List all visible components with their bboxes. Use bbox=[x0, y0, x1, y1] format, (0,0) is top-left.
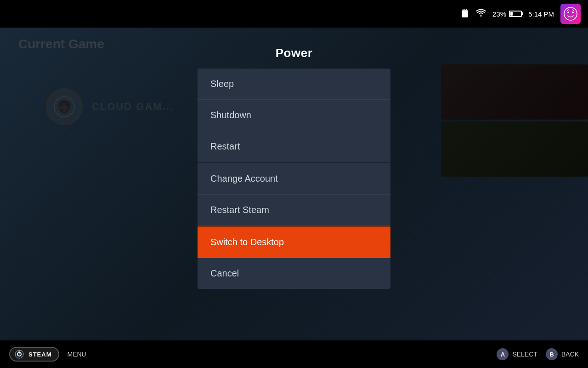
battery-info: 23% bbox=[492, 10, 522, 18]
svg-rect-6 bbox=[560, 4, 581, 24]
svg-point-8 bbox=[567, 12, 569, 13]
steam-label: STEAM bbox=[28, 351, 52, 358]
b-button[interactable]: B bbox=[546, 348, 558, 360]
svg-rect-2 bbox=[463, 9, 464, 11]
power-item-change-account[interactable]: Change Account bbox=[198, 162, 390, 195]
back-label: BACK bbox=[561, 351, 579, 358]
power-item-switch-desktop[interactable]: Switch to Desktop bbox=[198, 226, 390, 258]
select-label: SELECT bbox=[512, 351, 537, 358]
select-action: A SELECT bbox=[497, 348, 537, 360]
power-menu: SleepShutdownRestartChange AccountRestar… bbox=[198, 69, 390, 289]
menu-label: MENU bbox=[68, 351, 86, 358]
svg-rect-1 bbox=[462, 10, 468, 17]
back-action: B BACK bbox=[546, 348, 579, 360]
steam-button[interactable]: STEAM bbox=[9, 347, 59, 362]
battery-bar bbox=[509, 11, 522, 17]
avatar[interactable] bbox=[560, 4, 581, 24]
power-dialog-title: Power bbox=[276, 46, 313, 60]
svg-point-9 bbox=[572, 12, 574, 13]
steam-logo-icon bbox=[15, 350, 24, 359]
b-button-label: B bbox=[549, 351, 554, 358]
power-dialog-overlay: Power SleepShutdownRestartChange Account… bbox=[0, 0, 588, 368]
svg-rect-4 bbox=[466, 9, 467, 11]
power-item-cancel[interactable]: Cancel bbox=[198, 258, 390, 289]
svg-rect-3 bbox=[464, 9, 465, 11]
sd-card-icon bbox=[460, 8, 469, 20]
a-button[interactable]: A bbox=[497, 348, 509, 360]
bottom-right-controls: A SELECT B BACK bbox=[497, 348, 579, 360]
bottombar: STEAM MENU A SELECT B BACK bbox=[0, 340, 588, 368]
topbar-icons: 23% 5:14 PM bbox=[460, 4, 581, 24]
battery-percent: 23% bbox=[492, 10, 506, 18]
power-item-restart[interactable]: Restart bbox=[198, 131, 390, 162]
battery-fill bbox=[510, 12, 513, 16]
topbar: 23% 5:14 PM bbox=[0, 0, 588, 28]
power-item-restart-steam[interactable]: Restart Steam bbox=[198, 195, 390, 226]
steam-menu-group: STEAM MENU bbox=[9, 347, 86, 362]
power-item-shutdown[interactable]: Shutdown bbox=[198, 100, 390, 131]
a-button-label: A bbox=[501, 351, 505, 358]
time-display: 5:14 PM bbox=[528, 10, 554, 18]
power-item-sleep[interactable]: Sleep bbox=[198, 69, 390, 100]
wifi-icon bbox=[476, 9, 486, 19]
